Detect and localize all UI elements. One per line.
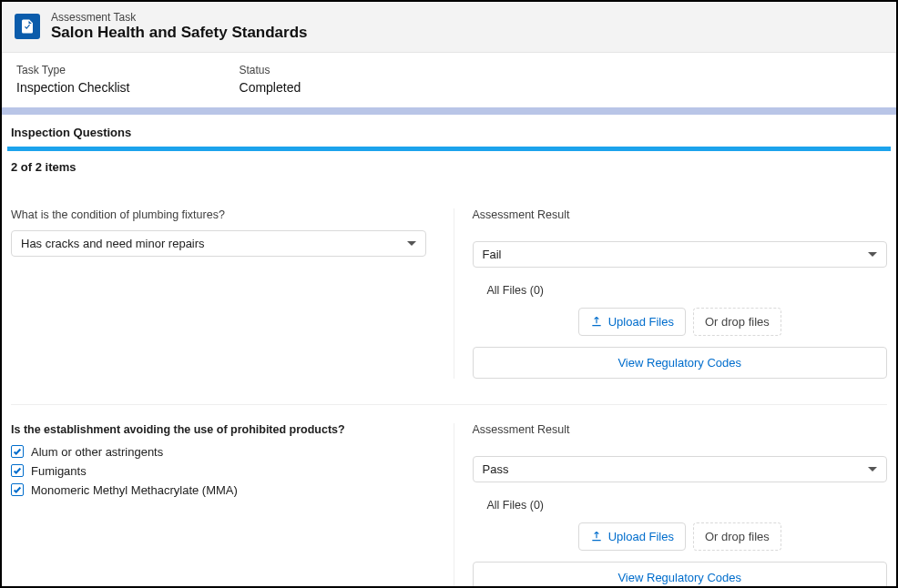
select-value: Fail [483, 248, 502, 261]
view-regulatory-codes-button[interactable]: View Regulatory Codes [473, 347, 888, 379]
chevron-down-icon [868, 467, 877, 471]
drop-files-zone[interactable]: Or drop files [693, 308, 781, 336]
upload-files-button[interactable]: Upload Files [578, 308, 686, 336]
status-value: Completed [240, 80, 301, 95]
status-label: Status [240, 64, 301, 76]
checklist-item: Fumigants [11, 464, 426, 478]
task-type-label: Task Type [16, 64, 130, 76]
question-left: What is the condition of plumbing fixtur… [11, 208, 426, 379]
checklist-item-label: Alum or other astringents [31, 445, 163, 459]
upload-files-label: Upload Files [608, 530, 674, 543]
assessment-result-label: Assessment Result [473, 423, 888, 436]
items-count: 2 of 2 items [2, 151, 896, 190]
checklist-item: Alum or other astringents [11, 445, 426, 459]
drop-files-zone[interactable]: Or drop files [693, 522, 781, 551]
checkbox[interactable] [11, 483, 24, 496]
upload-zone: Upload FilesOr drop files [473, 308, 888, 336]
chevron-down-icon [868, 252, 877, 257]
divider-strip [2, 107, 896, 115]
assessment-result-select[interactable]: Fail [473, 241, 888, 268]
question-right: Assessment ResultPassAll Files (0)Upload… [454, 423, 888, 588]
upload-files-label: Upload Files [608, 315, 674, 329]
section-title: Inspection Questions [2, 115, 896, 147]
assessment-result-label: Assessment Result [473, 208, 888, 221]
assessment-result-select[interactable]: Pass [473, 456, 888, 482]
checkbox[interactable] [11, 464, 24, 477]
page-header: Assessment Task Salon Health and Safety … [2, 2, 896, 53]
assessment-task-icon [15, 14, 40, 39]
question-answer-select[interactable]: Has cracks and need minor repairs [11, 230, 426, 257]
meta-row: Task Type Inspection Checklist Status Co… [2, 53, 896, 107]
checkbox[interactable] [11, 445, 24, 458]
page-title: Salon Health and Safety Standards [51, 24, 308, 42]
record-type-label: Assessment Task [51, 11, 308, 24]
checklist-item-label: Fumigants [31, 464, 87, 478]
view-regulatory-codes-button[interactable]: View Regulatory Codes [473, 562, 888, 588]
select-value: Has cracks and need minor repairs [21, 237, 205, 250]
select-value: Pass [483, 462, 509, 476]
question-row: Is the establishment avoiding the use of… [11, 404, 887, 588]
all-files-count: All Files (0) [473, 279, 888, 297]
question-row: What is the condition of plumbing fixtur… [11, 190, 887, 404]
question-left: Is the establishment avoiding the use of… [11, 423, 426, 588]
chevron-down-icon [407, 241, 416, 246]
task-type-value: Inspection Checklist [16, 80, 130, 95]
checklist-item: Monomeric Methyl Methacrylate (MMA) [11, 483, 426, 497]
checklist-item-label: Monomeric Methyl Methacrylate (MMA) [31, 483, 238, 497]
upload-zone: Upload FilesOr drop files [473, 522, 888, 551]
upload-files-button[interactable]: Upload Files [578, 522, 686, 551]
question-right: Assessment ResultFailAll Files (0)Upload… [454, 208, 888, 379]
all-files-count: All Files (0) [473, 493, 888, 512]
checklist: Alum or other astringentsFumigantsMonome… [11, 445, 426, 497]
question-prompt: What is the condition of plumbing fixtur… [11, 208, 426, 221]
question-prompt: Is the establishment avoiding the use of… [11, 423, 426, 436]
